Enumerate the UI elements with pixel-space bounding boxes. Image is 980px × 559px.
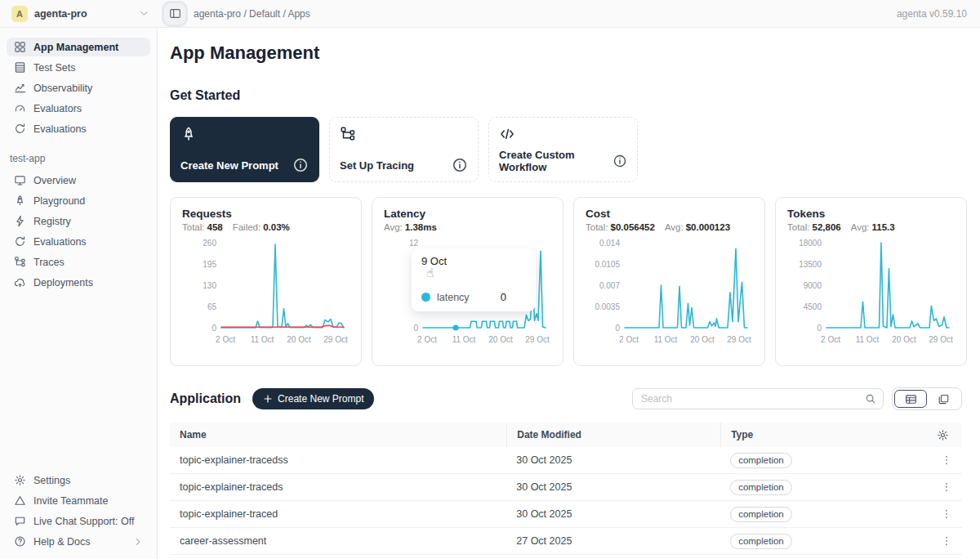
app-date-modified: 30 Oct 2025 [506, 454, 720, 466]
svg-text:260: 260 [203, 239, 216, 248]
plus-icon [263, 394, 273, 404]
search-input-wrap [632, 388, 884, 409]
table-settings-gear-icon[interactable] [937, 429, 949, 441]
sidebar-item-registry[interactable]: Registry [7, 212, 150, 230]
app-name: topic-explainer-traced [170, 508, 506, 520]
sidebar-item-label: Registry [33, 216, 71, 227]
info-icon[interactable] [612, 153, 627, 169]
get-started-card-create-custom-workflow[interactable]: Create Custom Workflow [488, 117, 638, 182]
sidebar-item-app-management[interactable]: App Management [7, 38, 150, 56]
row-menu-icon[interactable] [941, 508, 952, 520]
sidebar-item-help-docs[interactable]: Help & Docs [7, 532, 150, 551]
search-icon[interactable] [865, 393, 876, 405]
chart-plot[interactable]: 00.00350.0070.01050.0142 Oct11 Oct20 Oct… [586, 236, 753, 356]
svg-text:0: 0 [817, 324, 822, 333]
get-started-card-create-new-prompt[interactable]: Create New Prompt [170, 117, 319, 182]
metrics-charts: RequestsTotal:458Failed:0.03%06513019526… [170, 197, 962, 366]
cloud-up-icon [14, 276, 26, 288]
chart-icon [14, 82, 26, 94]
metric-card-latency: LatencyAvg:1.38ms0369122 Oct11 Oct20 Oct… [372, 197, 564, 366]
table-row[interactable]: career-assessment27 Oct 2025completion [170, 528, 962, 555]
svg-text:20 Oct: 20 Oct [287, 335, 311, 344]
info-icon[interactable] [452, 157, 468, 173]
search-input[interactable] [641, 393, 865, 405]
stat: Total:$0.056452 [586, 222, 655, 232]
column-header-type[interactable]: Type [720, 423, 898, 447]
svg-text:12: 12 [409, 239, 419, 248]
tree-icon [340, 126, 356, 142]
sidebar-item-label: Settings [33, 475, 70, 486]
card-view-button[interactable] [927, 390, 960, 408]
svg-text:2 Oct: 2 Oct [216, 335, 235, 344]
sidebar-item-observability[interactable]: Observability [7, 78, 150, 97]
sidebar-item-overview[interactable]: Overview [7, 171, 150, 190]
sidebar-item-label: Live Chat Support: Off [33, 516, 134, 527]
svg-text:0: 0 [615, 324, 620, 333]
sidebar-item-label: Traces [33, 257, 65, 268]
metric-title: Requests [182, 208, 350, 220]
sidebar-item-settings[interactable]: Settings [7, 471, 150, 490]
svg-text:11 Oct: 11 Oct [251, 335, 274, 344]
app-name: topic-explainer-tracedss [170, 454, 506, 466]
svg-text:11 Oct: 11 Oct [654, 335, 678, 344]
chevron-down-icon [139, 8, 149, 19]
row-menu-icon[interactable] [941, 454, 952, 466]
sidebar-item-deployments[interactable]: Deployments [7, 273, 150, 292]
workspace-avatar: A [11, 6, 28, 22]
table-row[interactable]: topic-explainer-tracedss30 Oct 2025compl… [170, 447, 962, 474]
app-date-modified: 30 Oct 2025 [506, 508, 720, 520]
column-header-name[interactable]: Name [170, 423, 506, 447]
sidebar-item-evaluations[interactable]: Evaluations [7, 119, 150, 138]
triangle-icon [14, 494, 26, 507]
type-badge: completion [730, 534, 792, 549]
row-menu-icon[interactable] [941, 481, 952, 493]
info-icon[interactable] [292, 157, 309, 173]
chart-plot[interactable]: 0369122 Oct11 Oct20 Oct29 Oct [384, 236, 551, 356]
metric-title: Cost [586, 208, 753, 220]
sidebar-item-label: Help & Docs [33, 536, 90, 548]
sidebar-item-label: Evaluators [33, 103, 82, 114]
sidebar-item-label: Overview [33, 175, 76, 186]
metric-title: Latency [384, 208, 551, 220]
sidebar-item-traces[interactable]: Traces [7, 253, 150, 271]
sidebar-item-live-chat-support-off[interactable]: Live Chat Support: Off [7, 512, 150, 530]
get-started-card-set-up-tracing[interactable]: Set Up Tracing [329, 117, 479, 182]
get-started-title: Get Started [170, 88, 962, 103]
svg-text:195: 195 [203, 260, 216, 269]
applications-table: NameDate ModifiedTypetopic-explainer-tra… [170, 423, 962, 555]
table-row[interactable]: topic-explainer-traced30 Oct 2025complet… [170, 501, 962, 528]
sidebar-main-nav: App ManagementTest SetsObservabilityEval… [7, 38, 150, 140]
create-new-prompt-button[interactable]: Create New Prompt [252, 388, 374, 409]
table-row[interactable]: topic-explainer-traceds30 Oct 2025comple… [170, 474, 962, 501]
sidebar-collapse-button[interactable] [164, 3, 185, 25]
application-title: Application [170, 391, 241, 406]
sidebar-item-label: Deployments [33, 277, 93, 288]
table-view-button[interactable] [894, 390, 927, 408]
sidebar-item-evaluators[interactable]: Evaluators [7, 99, 150, 118]
breadcrumb[interactable]: agenta-pro / Default / Apps [194, 8, 897, 20]
sidebar-item-invite-teammate[interactable]: Invite Teammate [7, 491, 150, 510]
row-menu-icon[interactable] [941, 535, 952, 547]
column-header-date-modified[interactable]: Date Modified [506, 423, 720, 447]
svg-text:9000: 9000 [804, 281, 822, 290]
sidebar-item-label: Observability [33, 83, 92, 94]
sidebar-item-label: Evaluations [33, 236, 87, 248]
workspace-switcher[interactable]: A agenta-pro [0, 6, 158, 22]
stat: Total:458 [182, 222, 223, 232]
monitor-icon [14, 174, 26, 186]
sidebar-item-test-sets[interactable]: Test Sets [7, 58, 150, 77]
code-icon [499, 126, 515, 142]
app-date-modified: 27 Oct 2025 [506, 535, 720, 547]
svg-text:4500: 4500 [804, 302, 822, 311]
chart-plot[interactable]: 0651301952602 Oct11 Oct20 Oct29 Oct [182, 236, 350, 356]
svg-text:9: 9 [413, 260, 418, 269]
bolt-icon [14, 215, 26, 227]
svg-text:0.0105: 0.0105 [595, 260, 620, 269]
sidebar-item-evaluations[interactable]: Evaluations [7, 232, 150, 251]
chart-plot[interactable]: 04500900013500180002 Oct11 Oct20 Oct29 O… [787, 236, 955, 356]
sidebar-item-playground[interactable]: Playground [7, 191, 150, 210]
svg-text:11 Oct: 11 Oct [452, 335, 476, 344]
svg-text:6: 6 [413, 281, 418, 290]
get-started-cards: Create New PromptSet Up TracingCreate Cu… [170, 117, 962, 182]
svg-text:18000: 18000 [799, 239, 822, 248]
